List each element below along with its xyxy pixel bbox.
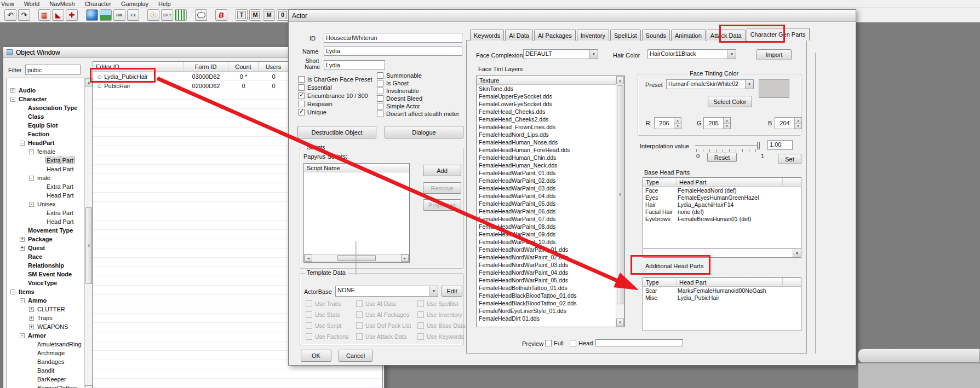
flag-checkbox[interactable]: Doesnt Bleed	[377, 95, 459, 102]
tree-item[interactable]: Race	[8, 252, 84, 261]
tree-expand-icon[interactable]: +	[29, 325, 34, 329]
tree-item[interactable]: - Items	[8, 287, 84, 296]
dropdown-icon[interactable]: ▼	[589, 50, 598, 59]
template-use-checkbox[interactable]: Use Def Pack List	[356, 322, 417, 329]
interpolation-value-field[interactable]: 1.00	[767, 140, 793, 150]
tree-item[interactable]: - HeadPart	[8, 138, 84, 147]
texture-row[interactable]: FemaleHeadHuman_Nose.dds	[477, 138, 616, 146]
script-name-column[interactable]: Script Name	[304, 164, 409, 172]
tree-item[interactable]: - male	[8, 173, 84, 182]
light-icon[interactable]: ☉	[147, 9, 159, 21]
script-properties-button[interactable]: Properties	[423, 199, 461, 211]
flag-checkbox[interactable]: Summonable	[377, 72, 459, 79]
texture-row[interactable]: FemaleHeadHuman_Chin.dds	[477, 154, 616, 161]
actor-tab[interactable]: Character Gen Parts	[747, 28, 810, 40]
tree-expand-icon[interactable]: +	[20, 237, 25, 242]
menu-item[interactable]: NavMesh	[44, 1, 79, 7]
actor-tab[interactable]: Sounds	[642, 30, 670, 40]
dialogue-icon[interactable]	[195, 9, 207, 21]
texture-row[interactable]: FemaleHeadWarPaint_02.dds	[477, 177, 616, 184]
tree-item[interactable]: VoiceType	[8, 279, 84, 287]
tree-item[interactable]: + Audio	[8, 86, 84, 95]
texture-row[interactable]: FemaleHeadNordWarPaint_04.dds	[477, 269, 616, 276]
actor-tab[interactable]: Keywords	[470, 30, 504, 40]
tree-item[interactable]: Head Part	[8, 217, 84, 226]
texture-row[interactable]: FemaleLowerEyeSocket.dds	[477, 100, 616, 108]
reset-button[interactable]: Reset	[707, 153, 737, 162]
tree-expand-icon[interactable]: +	[20, 246, 25, 251]
flag-checkbox[interactable]: Doesn't affect stealth meter	[377, 111, 459, 117]
cube-m-icon[interactable]: M	[249, 9, 261, 21]
tree-expand-icon[interactable]: -	[20, 298, 25, 303]
texture-row[interactable]: FemaleHead_FrownLines.dds	[477, 123, 616, 131]
tree-item[interactable]: Equip Slot	[8, 121, 84, 130]
tree-expand-icon[interactable]: -	[10, 289, 15, 294]
snap-to-angle-icon[interactable]: ◣	[52, 9, 64, 21]
tree-item[interactable]: Head Part	[8, 165, 84, 173]
tree-expand-icon[interactable]: -	[29, 149, 34, 154]
scroll-down-icon[interactable]: ▼	[85, 385, 93, 388]
tree-item[interactable]: Class	[8, 112, 84, 121]
tree-expand-icon[interactable]: -	[29, 176, 34, 181]
import-button[interactable]: Import	[757, 49, 792, 60]
short-name-field[interactable]	[324, 60, 385, 70]
tree-item[interactable]: Faction	[8, 130, 84, 138]
hscrollbar-thumb[interactable]	[337, 255, 376, 261]
set-button[interactable]: Set	[778, 154, 801, 164]
texture-row[interactable]: FemaleHeadWarPaint_10.dds	[477, 238, 616, 246]
tree-item[interactable]: + Quest	[8, 244, 84, 252]
tree-item[interactable]: AmuletsandRing	[8, 340, 84, 349]
tree-expand-icon[interactable]: +	[10, 88, 15, 93]
menu-item[interactable]: Gameplay	[116, 1, 153, 7]
script-list[interactable]: Script Name ◄ ►	[303, 163, 410, 263]
texture-row[interactable]: FemaleUpperEyeSocket.dds	[477, 92, 616, 100]
tree-item[interactable]: - Unisex	[8, 200, 84, 209]
tree-item[interactable]: SM Event Node	[8, 270, 84, 279]
flag-checkbox[interactable]: Respawn	[298, 101, 372, 107]
tree-item[interactable]: + Package	[8, 235, 84, 244]
actor-dialog-titlebar[interactable]: Actor	[289, 10, 856, 22]
head-part-row[interactable]: FaceFemaleHeadNord (def)	[643, 187, 801, 194]
blue-spinner[interactable]: 204▲▼	[775, 117, 802, 129]
tree-item[interactable]: Association Type	[8, 103, 84, 112]
texture-scrollbar[interactable]: ▲ ▼	[616, 76, 624, 327]
tree-expand-icon[interactable]: +	[29, 316, 34, 321]
tree-item[interactable]: Movement Type	[8, 226, 84, 235]
texture-row[interactable]: FemaleHeadWarPaint_05.dds	[477, 200, 616, 207]
texture-row[interactable]: FemaleHeadWarPaint_01.dds	[477, 169, 616, 177]
tree-item[interactable]: - Character	[8, 95, 84, 103]
texture-row[interactable]: FemaleHeadNordWarPaint_02.dds	[477, 253, 616, 261]
menu-item[interactable]: Help	[153, 1, 176, 7]
script-add-button[interactable]: Add	[423, 165, 461, 176]
template-use-checkbox[interactable]: Use AI Packages	[356, 311, 417, 318]
tree-item[interactable]: + CLUTTER	[8, 305, 84, 314]
texture-row[interactable]: FemaleHeadHuman_ForeHead.dds	[477, 146, 616, 154]
tree-item[interactable]: - Ammo	[8, 296, 84, 305]
texture-row[interactable]: FemaleHeadNordWarPaint_03.dds	[477, 261, 616, 269]
destructible-object-button[interactable]: Destructible Object	[297, 126, 376, 138]
actor-tab[interactable]: AI Packages	[534, 30, 576, 40]
head-part-combo[interactable]: ▼	[643, 248, 801, 258]
head-part-row[interactable]: EyesFemaleEyesHumanGreenHazel	[643, 194, 801, 201]
menu-item[interactable]: World	[19, 1, 45, 7]
id-field[interactable]	[324, 33, 462, 43]
actorbase-combo[interactable]: NONE▼	[335, 286, 438, 297]
dropdown-icon[interactable]: ▼	[793, 249, 801, 257]
column-header[interactable]: Count	[228, 62, 259, 71]
flag-checkbox[interactable]: Encumbrance 10 / 300	[298, 92, 372, 99]
havok-sim-icon[interactable]: HK	[113, 9, 125, 21]
tree-item[interactable]: Bandit	[8, 366, 84, 375]
scroll-down-icon[interactable]: ▼	[616, 318, 624, 326]
tree-item[interactable]: Extra Part	[8, 209, 84, 217]
snap-to-grid-icon[interactable]: ▦	[38, 9, 50, 21]
texture-row[interactable]: FemaleHeadHuman_Neck.dds	[477, 161, 616, 169]
texture-row[interactable]: FemaleHeadBothiahTattoo_01.dds	[477, 284, 616, 292]
actor-tab[interactable]: SpellList	[610, 30, 641, 40]
scroll-up-icon[interactable]: ▲	[616, 77, 624, 84]
tree-item[interactable]: Extra Part	[8, 156, 84, 165]
marker-m-icon[interactable]: M	[263, 9, 275, 21]
tree-item[interactable]: + Traps	[8, 314, 84, 322]
texture-row[interactable]: FemaleHeadNordWarPaint_01.dds	[477, 246, 616, 253]
column-header[interactable]: Head Part	[677, 278, 783, 286]
face-complexion-combo[interactable]: DEFAULT▼	[523, 49, 598, 59]
